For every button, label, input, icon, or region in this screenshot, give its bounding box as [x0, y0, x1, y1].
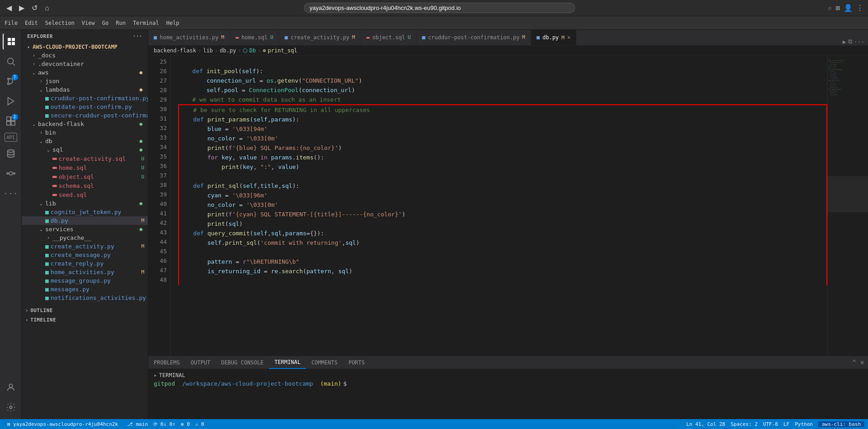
menu-go[interactable]: Go [102, 20, 108, 26]
panel-tab-terminal[interactable]: TERMINAL [269, 356, 306, 369]
sidebar-more-button[interactable]: ··· [133, 33, 142, 39]
sidebar-item-create-activity-py[interactable]: ■ create_activity.py M [22, 242, 148, 251]
address-bar[interactable] [304, 3, 575, 13]
panel-tab-comments[interactable]: COMMENTS [306, 356, 343, 369]
sidebar-item-aws[interactable]: ⌄ aws ● [22, 68, 148, 77]
breadcrumb-print-sql[interactable]: print_sql [268, 47, 297, 54]
sidebar-item-bin[interactable]: › bin [22, 128, 148, 137]
menu-selection[interactable]: Selection [45, 20, 75, 26]
sidebar-item-docs[interactable]: › _docs [22, 51, 148, 60]
sidebar-item-services[interactable]: ⌄ services ● [22, 225, 148, 233]
sidebar-item-db[interactable]: ⌄ db ● [22, 137, 148, 145]
sidebar-item-sql[interactable]: ⌄ sql ● [22, 145, 148, 154]
sidebar-item-devcontainer[interactable]: › .devcontainer [22, 60, 148, 68]
outline-header[interactable]: › OUTLINE [22, 306, 148, 315]
activity-extensions[interactable]: 2 [3, 113, 19, 129]
menu-view[interactable]: View [82, 20, 95, 26]
warnings-indicator[interactable]: ⚠ 0 [195, 421, 204, 427]
sidebar-item-home-activities-py[interactable]: ■ home_activities.py M [22, 268, 148, 276]
menu-terminal[interactable]: Terminal [133, 20, 159, 26]
sidebar-item-outdate[interactable]: ■ outdate-post-confirm.py [22, 103, 148, 111]
tab-home-activities[interactable]: ■ home_activities.py M [148, 30, 230, 45]
language-indicator[interactable]: Python [795, 421, 813, 427]
minimap[interactable]: def init_pool(self): connection_url self… [827, 56, 868, 356]
sidebar-item-seed-sql[interactable]: ▬ seed.sql [22, 190, 148, 199]
activity-api[interactable]: API [5, 133, 17, 142]
encoding-indicator[interactable]: UTF-8 [763, 421, 778, 427]
sidebar-item-create-message-py[interactable]: ■ create_message.py [22, 251, 148, 259]
spaces-indicator[interactable]: Spaces: 2 [731, 421, 758, 427]
tab-db-py[interactable]: ■ db.py M × [531, 30, 576, 45]
nav-back-button[interactable]: ◀ [5, 2, 14, 14]
sidebar-item-pycache[interactable]: › __pycache__ [22, 233, 148, 242]
activity-git[interactable] [3, 165, 19, 182]
breadcrumb-db-class[interactable]: Db [249, 47, 255, 54]
sidebar-item-db-py[interactable]: ■ db.py M [22, 216, 148, 225]
tab-home-sql[interactable]: ▬ home.sql U [230, 30, 279, 45]
errors-indicator[interactable]: ⊗ 0 [181, 421, 190, 427]
code-content[interactable]: def init_pool(self): connection_url = os… [171, 56, 827, 356]
branch-indicator[interactable]: ⎇ main [127, 421, 148, 427]
sidebar-item-cruddur-post[interactable]: ■ cruddur-post-confirmation.py M [22, 94, 148, 103]
sidebar-item-secure-cruddur[interactable]: ■ secure-cruddur-post-confirmation.py [22, 111, 148, 120]
sidebar-item-schema-sql[interactable]: ▬ schema.sql [22, 181, 148, 190]
run-icon[interactable]: ▶ [843, 38, 846, 45]
nav-forward-button[interactable]: ▶ [17, 2, 26, 14]
panel-tab-problems[interactable]: PROBLEMS [148, 356, 185, 369]
activity-run-debug[interactable] [3, 93, 19, 109]
menu-edit[interactable]: Edit [25, 20, 38, 26]
sidebar-item-notifications-py[interactable]: ■ notifications_activities.py [22, 294, 148, 302]
breadcrumb-db-py[interactable]: db.py [220, 47, 236, 54]
activity-explorer[interactable] [3, 33, 19, 50]
sidebar-item-message-groups-py[interactable]: ■ message_groups.py [22, 276, 148, 285]
menu-help[interactable]: Help [166, 20, 179, 26]
sync-indicator[interactable]: ⟳ 0↓ 0↑ [153, 421, 175, 427]
activity-source-control[interactable]: 7 [3, 73, 19, 89]
activity-accounts[interactable] [3, 379, 19, 396]
minimap-slider[interactable] [828, 176, 868, 212]
eol-indicator[interactable]: LF [783, 421, 789, 427]
nav-refresh-button[interactable]: ↺ [30, 2, 39, 14]
panel-tab-debug-console[interactable]: DEBUG CONSOLE [216, 356, 269, 369]
bookmark-icon[interactable]: ☆ [828, 4, 832, 12]
sidebar-item-json[interactable]: › json [22, 77, 148, 85]
panel-tab-ports[interactable]: PORTS [343, 356, 370, 369]
activity-search[interactable] [3, 53, 19, 70]
profile-icon[interactable]: 👤 [844, 4, 853, 12]
tab-create-activity[interactable]: ■ create_activity.py M [279, 30, 361, 45]
menu-run[interactable]: Run [116, 20, 126, 26]
panel-close-btn[interactable]: × [860, 358, 864, 367]
split-editor-icon[interactable]: ⧉ [848, 38, 852, 45]
cursor-position[interactable]: Ln 41, Col 28 [686, 421, 725, 427]
sidebar-item-create-reply-py[interactable]: ■ create_reply.py [22, 259, 148, 268]
tab-object-sql[interactable]: ▬ object.sql U [361, 30, 416, 45]
breadcrumb-lib[interactable]: lib [203, 47, 213, 54]
tab-cruddur-post[interactable]: ■ cruddur-post-confirmation.py M [417, 30, 531, 45]
sidebar-item-backend-flask[interactable]: ⌄ backend-flask ● [22, 120, 148, 128]
timeline-header[interactable]: › TIMELINE [22, 315, 148, 325]
menu-file[interactable]: File [5, 20, 18, 26]
panel-collapse-btn[interactable]: ⌃ [852, 358, 857, 367]
sidebar-item-lib[interactable]: ⌄ lib ● [22, 199, 148, 208]
code-editor[interactable]: 25 26 27 28 29 30 31 32 33 34 35 36 37 3… [148, 56, 827, 356]
activity-settings[interactable] [3, 399, 19, 415]
activity-more[interactable]: ··· [3, 185, 19, 201]
menu-icon[interactable]: ⋮ [856, 4, 863, 12]
nav-home-button[interactable]: ⌂ [43, 2, 51, 14]
breadcrumb-backend[interactable]: backend-flask [154, 47, 196, 54]
remote-indicator[interactable]: ⊞ yaya2devops-awscloudpro-r4ju04hcn2k [4, 421, 122, 427]
panel-tab-output[interactable]: OUTPUT [185, 356, 216, 369]
project-root[interactable]: ▾ AWS-CLOUD-PROJECT-BOOTCAMP [22, 43, 148, 51]
sidebar-item-home-sql[interactable]: ▬ home.sql U [22, 163, 148, 172]
sidebar-item-create-activity-sql[interactable]: ▬ create-activity.sql U [22, 154, 148, 163]
extensions-icon[interactable]: ⊞ [835, 4, 840, 12]
activity-db[interactable] [3, 145, 19, 162]
more-actions-icon[interactable]: ··· [854, 38, 864, 45]
svg-rect-12 [6, 121, 10, 125]
tab-db-py-close[interactable]: × [567, 34, 571, 41]
sidebar-item-cognito[interactable]: ■ cognito_jwt_token.py [22, 208, 148, 216]
sidebar-item-object-sql[interactable]: ▬ object.sql U [22, 172, 148, 181]
sidebar-item-messages-py[interactable]: ■ messages.py [22, 285, 148, 294]
sidebar-item-lambdas[interactable]: ⌄ lambdas ● [22, 85, 148, 94]
aws-cli-indicator[interactable]: aws-cli: bash [818, 421, 864, 427]
